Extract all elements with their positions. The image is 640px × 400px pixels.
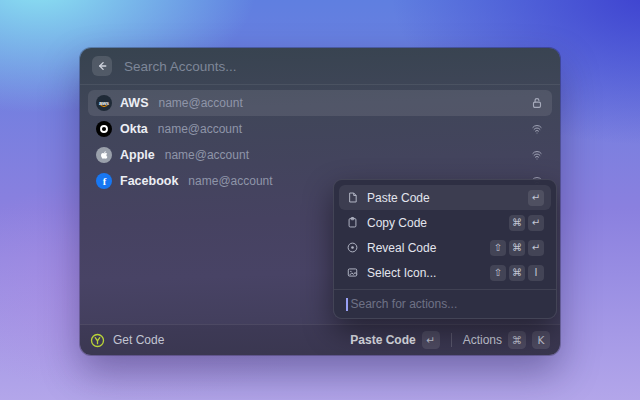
aws-logo-icon: aws: [96, 95, 112, 111]
account-name: AWS: [120, 96, 148, 110]
fingerprint-icon: [530, 122, 544, 136]
key-i: I: [528, 265, 544, 281]
apple-logo-icon: [96, 147, 112, 163]
clipboard-icon: [346, 216, 359, 229]
fingerprint-icon: [530, 148, 544, 162]
key-return: ↵: [528, 190, 544, 206]
search-bar: [80, 48, 560, 85]
svg-text:f: f: [103, 176, 107, 187]
footer-divider: [451, 333, 452, 347]
actions-search-input[interactable]: Search for actions...: [339, 290, 551, 318]
key-return: ↵: [422, 331, 440, 349]
account-subtitle: name@account: [165, 148, 249, 162]
footer-actions-button[interactable]: Actions: [463, 333, 502, 347]
account-row-aws[interactable]: aws AWS name@account: [88, 90, 552, 116]
desktop-background: aws AWS name@account: [0, 0, 640, 400]
key-cmd: ⌘: [509, 265, 525, 281]
account-row-okta[interactable]: Okta name@account: [88, 116, 552, 142]
image-icon: [346, 266, 359, 279]
facebook-logo-icon: f: [96, 173, 112, 189]
menu-item-label: Copy Code: [367, 216, 427, 230]
y-logo-icon: [90, 333, 105, 348]
footer-bar: Get Code Paste Code ↵ Actions ⌘ K: [80, 324, 560, 355]
menu-item-paste-code[interactable]: Paste Code ↵: [339, 185, 551, 210]
menu-item-reveal-code[interactable]: Reveal Code ⇧ ⌘ ↵: [339, 235, 551, 260]
back-button[interactable]: [92, 56, 112, 76]
actions-menu: Paste Code ↵ Copy Code ⌘ ↵: [333, 179, 557, 319]
account-name: Apple: [120, 148, 155, 162]
account-row-apple[interactable]: Apple name@account: [88, 142, 552, 168]
account-subtitle: name@account: [158, 122, 242, 136]
menu-item-label: Paste Code: [367, 191, 430, 205]
actions-search-placeholder: Search for actions...: [351, 297, 458, 311]
okta-logo-icon: [96, 121, 112, 137]
menu-item-label: Reveal Code: [367, 241, 436, 255]
search-input[interactable]: [122, 58, 548, 75]
arrow-left-icon: [96, 60, 108, 72]
eye-icon: [346, 241, 359, 254]
key-cmd: ⌘: [508, 331, 526, 349]
key-return: ↵: [528, 215, 544, 231]
account-subtitle: name@account: [188, 174, 272, 188]
footer-app-label: Get Code: [113, 333, 164, 347]
menu-item-label: Select Icon...: [367, 266, 436, 280]
account-subtitle: name@account: [158, 96, 242, 110]
document-icon: [346, 191, 359, 204]
text-caret: [346, 298, 348, 311]
footer-primary-action[interactable]: Paste Code: [350, 333, 415, 347]
account-name: Okta: [120, 122, 148, 136]
key-shift: ⇧: [490, 265, 506, 281]
launcher-window: aws AWS name@account: [80, 48, 560, 355]
menu-item-copy-code[interactable]: Copy Code ⌘ ↵: [339, 210, 551, 235]
key-return: ↵: [528, 240, 544, 256]
svg-text:aws: aws: [99, 100, 109, 106]
footer-app: Get Code: [90, 333, 164, 348]
key-cmd: ⌘: [509, 215, 525, 231]
account-name: Facebook: [120, 174, 178, 188]
key-k: K: [532, 331, 550, 349]
key-shift: ⇧: [490, 240, 506, 256]
menu-item-select-icon[interactable]: Select Icon... ⇧ ⌘ I: [339, 260, 551, 285]
lock-icon: [530, 96, 544, 110]
key-cmd: ⌘: [509, 240, 525, 256]
